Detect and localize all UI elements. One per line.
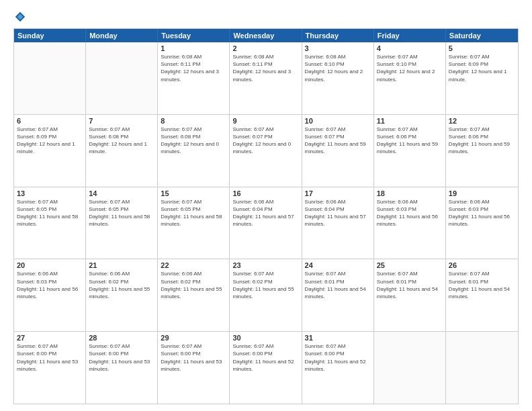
day-number: 21	[89, 261, 154, 269]
cal-cell	[14, 42, 86, 114]
cal-cell: 3Sunrise: 6:08 AM Sunset: 6:10 PM Daylig…	[302, 42, 374, 114]
header-day-thursday: Thursday	[302, 29, 374, 42]
day-number: 26	[449, 261, 515, 269]
day-info: Sunrise: 6:07 AM Sunset: 6:08 PM Dayligh…	[89, 126, 154, 156]
cal-cell	[374, 332, 446, 404]
day-number: 29	[161, 334, 226, 342]
cal-cell: 27Sunrise: 6:07 AM Sunset: 6:00 PM Dayli…	[14, 332, 86, 404]
cal-cell: 11Sunrise: 6:07 AM Sunset: 6:06 PM Dayli…	[374, 115, 446, 187]
cal-cell: 30Sunrise: 6:07 AM Sunset: 6:00 PM Dayli…	[230, 332, 302, 404]
day-number: 9	[232, 117, 298, 125]
calendar-row-1: 1Sunrise: 6:08 AM Sunset: 6:11 PM Daylig…	[14, 42, 518, 115]
day-info: Sunrise: 6:07 AM Sunset: 6:06 PM Dayligh…	[449, 126, 515, 156]
calendar-row-5: 27Sunrise: 6:07 AM Sunset: 6:00 PM Dayli…	[14, 332, 518, 404]
day-info: Sunrise: 6:06 AM Sunset: 6:03 PM Dayligh…	[17, 270, 83, 300]
day-info: Sunrise: 6:06 AM Sunset: 6:04 PM Dayligh…	[305, 198, 371, 228]
day-number: 20	[17, 261, 83, 269]
day-number: 3	[305, 44, 371, 52]
header-day-tuesday: Tuesday	[158, 29, 230, 42]
day-number: 8	[161, 117, 226, 125]
cal-cell: 13Sunrise: 6:07 AM Sunset: 6:05 PM Dayli…	[14, 187, 86, 259]
cal-cell: 21Sunrise: 6:06 AM Sunset: 6:02 PM Dayli…	[86, 259, 158, 331]
day-number: 6	[17, 117, 83, 125]
cal-cell: 20Sunrise: 6:06 AM Sunset: 6:03 PM Dayli…	[14, 259, 86, 331]
day-number: 7	[89, 117, 154, 125]
day-info: Sunrise: 6:07 AM Sunset: 6:10 PM Dayligh…	[377, 53, 443, 83]
day-number: 17	[305, 189, 371, 197]
day-number: 14	[89, 189, 154, 197]
day-number: 16	[232, 189, 298, 197]
cal-cell: 26Sunrise: 6:07 AM Sunset: 6:01 PM Dayli…	[446, 259, 518, 331]
day-info: Sunrise: 6:07 AM Sunset: 6:00 PM Dayligh…	[17, 342, 83, 373]
day-number: 12	[449, 117, 515, 125]
day-info: Sunrise: 6:07 AM Sunset: 6:01 PM Dayligh…	[305, 270, 371, 300]
day-info: Sunrise: 6:07 AM Sunset: 6:00 PM Dayligh…	[161, 342, 226, 373]
cal-cell	[86, 42, 158, 114]
day-info: Sunrise: 6:07 AM Sunset: 6:00 PM Dayligh…	[89, 342, 154, 373]
day-number: 13	[17, 189, 83, 197]
day-info: Sunrise: 6:07 AM Sunset: 6:09 PM Dayligh…	[449, 53, 515, 83]
day-number: 25	[377, 261, 443, 269]
day-info: Sunrise: 6:08 AM Sunset: 6:10 PM Dayligh…	[305, 53, 371, 83]
cal-cell: 5Sunrise: 6:07 AM Sunset: 6:09 PM Daylig…	[446, 42, 518, 114]
cal-cell: 7Sunrise: 6:07 AM Sunset: 6:08 PM Daylig…	[86, 115, 158, 187]
logo	[13, 11, 27, 23]
cal-cell	[446, 332, 518, 404]
cal-cell: 18Sunrise: 6:06 AM Sunset: 6:03 PM Dayli…	[374, 187, 446, 259]
page: SundayMondayTuesdayWednesdayThursdayFrid…	[0, 0, 532, 411]
day-number: 15	[161, 189, 226, 197]
day-info: Sunrise: 6:07 AM Sunset: 6:05 PM Dayligh…	[161, 198, 226, 228]
cal-cell: 14Sunrise: 6:07 AM Sunset: 6:05 PM Dayli…	[86, 187, 158, 259]
day-info: Sunrise: 6:08 AM Sunset: 6:11 PM Dayligh…	[232, 53, 298, 83]
day-info: Sunrise: 6:06 AM Sunset: 6:02 PM Dayligh…	[89, 270, 154, 300]
calendar-header: SundayMondayTuesdayWednesdayThursdayFrid…	[14, 29, 518, 42]
day-info: Sunrise: 6:07 AM Sunset: 6:00 PM Dayligh…	[232, 342, 298, 373]
day-number: 1	[161, 44, 226, 52]
cal-cell: 1Sunrise: 6:08 AM Sunset: 6:11 PM Daylig…	[158, 42, 230, 114]
day-number: 19	[449, 189, 515, 197]
header	[13, 11, 519, 23]
day-info: Sunrise: 6:06 AM Sunset: 6:04 PM Dayligh…	[232, 198, 298, 228]
day-number: 28	[89, 334, 154, 342]
day-info: Sunrise: 6:07 AM Sunset: 6:09 PM Dayligh…	[17, 126, 83, 156]
header-day-saturday: Saturday	[446, 29, 518, 42]
day-number: 27	[17, 334, 83, 342]
day-number: 10	[305, 117, 371, 125]
cal-cell: 24Sunrise: 6:07 AM Sunset: 6:01 PM Dayli…	[302, 259, 374, 331]
cal-cell: 25Sunrise: 6:07 AM Sunset: 6:01 PM Dayli…	[374, 259, 446, 331]
day-number: 5	[449, 44, 515, 52]
day-number: 23	[232, 261, 298, 269]
header-day-monday: Monday	[86, 29, 158, 42]
cal-cell: 17Sunrise: 6:06 AM Sunset: 6:04 PM Dayli…	[302, 187, 374, 259]
header-day-friday: Friday	[374, 29, 446, 42]
cal-cell: 2Sunrise: 6:08 AM Sunset: 6:11 PM Daylig…	[230, 42, 302, 114]
day-info: Sunrise: 6:06 AM Sunset: 6:03 PM Dayligh…	[449, 198, 515, 228]
day-number: 18	[377, 189, 443, 197]
cal-cell: 10Sunrise: 6:07 AM Sunset: 6:07 PM Dayli…	[302, 115, 374, 187]
day-info: Sunrise: 6:07 AM Sunset: 6:07 PM Dayligh…	[305, 126, 371, 156]
day-info: Sunrise: 6:07 AM Sunset: 6:01 PM Dayligh…	[377, 270, 443, 300]
day-number: 22	[161, 261, 226, 269]
day-number: 30	[232, 334, 298, 342]
day-info: Sunrise: 6:08 AM Sunset: 6:11 PM Dayligh…	[161, 53, 226, 83]
cal-cell: 22Sunrise: 6:06 AM Sunset: 6:02 PM Dayli…	[158, 259, 230, 331]
day-info: Sunrise: 6:07 AM Sunset: 6:06 PM Dayligh…	[377, 126, 443, 156]
day-info: Sunrise: 6:07 AM Sunset: 6:00 PM Dayligh…	[305, 342, 371, 373]
cal-cell: 23Sunrise: 6:07 AM Sunset: 6:02 PM Dayli…	[230, 259, 302, 331]
calendar-row-3: 13Sunrise: 6:07 AM Sunset: 6:05 PM Dayli…	[14, 187, 518, 260]
cal-cell: 9Sunrise: 6:07 AM Sunset: 6:07 PM Daylig…	[230, 115, 302, 187]
day-info: Sunrise: 6:07 AM Sunset: 6:02 PM Dayligh…	[232, 270, 298, 300]
cal-cell: 15Sunrise: 6:07 AM Sunset: 6:05 PM Dayli…	[158, 187, 230, 259]
cal-cell: 6Sunrise: 6:07 AM Sunset: 6:09 PM Daylig…	[14, 115, 86, 187]
calendar-row-4: 20Sunrise: 6:06 AM Sunset: 6:03 PM Dayli…	[14, 259, 518, 332]
day-info: Sunrise: 6:07 AM Sunset: 6:07 PM Dayligh…	[232, 126, 298, 156]
day-number: 11	[377, 117, 443, 125]
day-info: Sunrise: 6:07 AM Sunset: 6:01 PM Dayligh…	[449, 270, 515, 300]
day-info: Sunrise: 6:06 AM Sunset: 6:03 PM Dayligh…	[377, 198, 443, 228]
cal-cell: 28Sunrise: 6:07 AM Sunset: 6:00 PM Dayli…	[86, 332, 158, 404]
calendar-body: 1Sunrise: 6:08 AM Sunset: 6:11 PM Daylig…	[14, 42, 518, 404]
logo-icon	[14, 11, 26, 23]
day-number: 31	[305, 334, 371, 342]
cal-cell: 29Sunrise: 6:07 AM Sunset: 6:00 PM Dayli…	[158, 332, 230, 404]
calendar-row-2: 6Sunrise: 6:07 AM Sunset: 6:09 PM Daylig…	[14, 115, 518, 187]
